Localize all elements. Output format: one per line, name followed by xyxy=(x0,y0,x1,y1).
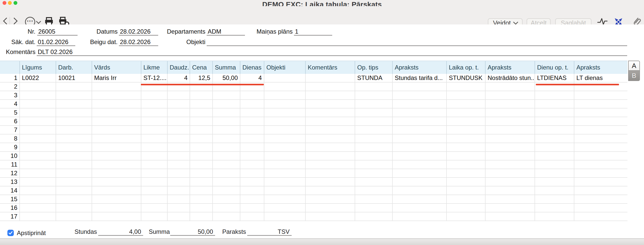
cell-apraksts[interactable] xyxy=(485,169,535,178)
cell-summa[interactable] xyxy=(212,100,240,108)
cell-apraksts[interactable] xyxy=(485,108,535,117)
column-header-l-gums[interactable]: Līgums xyxy=(19,61,56,74)
cell-dienas[interactable] xyxy=(240,186,264,195)
sak-dat-field[interactable]: 01.02.2026 xyxy=(37,38,75,46)
forward-icon[interactable] xyxy=(11,18,18,24)
cell-op-tips[interactable] xyxy=(355,212,392,221)
cell-op-tips[interactable] xyxy=(355,100,392,108)
cell-darb-[interactable] xyxy=(56,143,92,152)
cell-op-tips[interactable] xyxy=(355,169,392,178)
cell-apraksts[interactable] xyxy=(574,186,627,195)
cell-darb-[interactable] xyxy=(56,169,92,178)
cell-objekti[interactable] xyxy=(264,134,305,143)
column-header-likme[interactable]: Likme xyxy=(141,61,167,74)
cell-apraksts[interactable] xyxy=(392,91,446,100)
cell-v-rds[interactable] xyxy=(92,160,141,169)
cell-summa[interactable] xyxy=(212,134,240,143)
cell-darb-[interactable]: 10021 xyxy=(56,74,92,83)
cell-l-gums[interactable] xyxy=(19,117,56,126)
row-number[interactable]: 5 xyxy=(0,108,19,117)
cell-dienu-op-t-[interactable] xyxy=(535,108,574,117)
cell-summa[interactable] xyxy=(212,143,240,152)
cell-daudz-[interactable] xyxy=(167,108,190,117)
cell-likme[interactable] xyxy=(141,100,167,108)
cell-apraksts[interactable] xyxy=(574,108,627,117)
cell-likme[interactable] xyxy=(141,195,167,204)
row-number[interactable]: 2 xyxy=(0,83,19,91)
row-number[interactable]: 11 xyxy=(0,160,19,169)
cell-apraksts[interactable] xyxy=(485,212,535,221)
cell-objekti[interactable] xyxy=(264,100,305,108)
cell-op-tips[interactable] xyxy=(355,83,392,91)
row-number[interactable]: 7 xyxy=(0,126,19,134)
cell-op-tips[interactable] xyxy=(355,143,392,152)
cell-koment-rs[interactable] xyxy=(305,134,355,143)
cell-l-gums[interactable] xyxy=(19,134,56,143)
cell-apraksts[interactable] xyxy=(485,152,535,160)
cell-apraksts[interactable] xyxy=(574,195,627,204)
cell-laika-op-t-[interactable] xyxy=(446,186,485,195)
cell-daudz-[interactable] xyxy=(167,204,190,212)
cell-apraksts[interactable] xyxy=(392,212,446,221)
cell-v-rds[interactable] xyxy=(92,134,141,143)
cell-v-rds[interactable] xyxy=(92,152,141,160)
row-number[interactable]: 15 xyxy=(0,195,19,204)
cell-l-gums[interactable] xyxy=(19,160,56,169)
cell-objekti[interactable] xyxy=(264,195,305,204)
cell-apraksts[interactable] xyxy=(392,83,446,91)
cell-koment-rs[interactable] xyxy=(305,108,355,117)
cell-daudz-[interactable] xyxy=(167,91,190,100)
cell-cena[interactable] xyxy=(190,178,212,186)
cell-apraksts[interactable] xyxy=(485,204,535,212)
cell-likme[interactable] xyxy=(141,117,167,126)
cell-apraksts[interactable] xyxy=(574,143,627,152)
cell-dienas[interactable] xyxy=(240,134,264,143)
cell-apraksts[interactable] xyxy=(485,160,535,169)
cell-koment-rs[interactable] xyxy=(305,169,355,178)
cell-summa[interactable] xyxy=(212,91,240,100)
cell-objekti[interactable] xyxy=(264,143,305,152)
cell-daudz-[interactable] xyxy=(167,143,190,152)
row-number[interactable]: 14 xyxy=(0,186,19,195)
cell-dienas[interactable] xyxy=(240,178,264,186)
cell-apraksts[interactable] xyxy=(485,117,535,126)
cell-daudz-[interactable] xyxy=(167,126,190,134)
cell-summa[interactable] xyxy=(212,169,240,178)
cell-dienas[interactable] xyxy=(240,126,264,134)
row-number[interactable]: 6 xyxy=(0,117,19,126)
cell-koment-rs[interactable] xyxy=(305,212,355,221)
cell-darb-[interactable] xyxy=(56,108,92,117)
cell-koment-rs[interactable] xyxy=(305,74,355,83)
cell-objekti[interactable] xyxy=(264,186,305,195)
cell-likme[interactable] xyxy=(141,108,167,117)
cell-likme[interactable]: ST-12.... xyxy=(141,74,167,83)
cell-objekti[interactable] xyxy=(264,117,305,126)
column-header-daudz-[interactable]: Daudz. xyxy=(167,61,190,74)
cell-cena[interactable] xyxy=(190,108,212,117)
cell-objekti[interactable] xyxy=(264,212,305,221)
cell-cena[interactable] xyxy=(190,117,212,126)
cell-darb-[interactable] xyxy=(56,126,92,134)
cell-l-gums[interactable] xyxy=(19,195,56,204)
cell-darb-[interactable] xyxy=(56,178,92,186)
cell-daudz-[interactable] xyxy=(167,117,190,126)
cell-laika-op-t-[interactable] xyxy=(446,117,485,126)
cell-objekti[interactable] xyxy=(264,74,305,83)
cell-apraksts[interactable] xyxy=(574,204,627,212)
cell-op-tips[interactable] xyxy=(355,126,392,134)
cell-darb-[interactable] xyxy=(56,100,92,108)
cell-dienas[interactable] xyxy=(240,91,264,100)
cell-daudz-[interactable] xyxy=(167,100,190,108)
cell-l-gums[interactable] xyxy=(19,178,56,186)
cell-apraksts[interactable] xyxy=(574,100,627,108)
cell-dienas[interactable] xyxy=(240,160,264,169)
cell-dienas[interactable] xyxy=(240,169,264,178)
row-number[interactable]: 16 xyxy=(0,204,19,212)
cell-dienu-op-t-[interactable] xyxy=(535,178,574,186)
cell-summa[interactable] xyxy=(212,204,240,212)
cell-dienu-op-t-[interactable] xyxy=(535,169,574,178)
cell-daudz-[interactable] xyxy=(167,160,190,169)
cell-koment-rs[interactable] xyxy=(305,91,355,100)
cell-darb-[interactable] xyxy=(56,152,92,160)
cell-darb-[interactable] xyxy=(56,91,92,100)
